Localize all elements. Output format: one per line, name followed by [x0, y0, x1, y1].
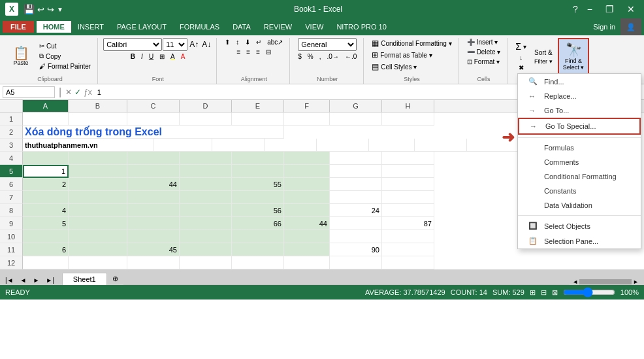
- cell-h1[interactable]: [382, 112, 434, 126]
- col-header-e[interactable]: E: [232, 100, 284, 112]
- add-sheet-button[interactable]: ⊕: [107, 273, 123, 285]
- cell-b11[interactable]: [69, 243, 127, 256]
- sheet-tab-sheet1[interactable]: Sheet1: [62, 273, 107, 285]
- cell-h7[interactable]: [382, 191, 434, 204]
- cell-g5[interactable]: [330, 165, 382, 178]
- cell-h10[interactable]: [382, 230, 434, 243]
- col-header-b[interactable]: B: [69, 100, 127, 112]
- find-select-button[interactable]: 🔭 Find &Select ▾: [558, 38, 590, 75]
- cell-b9[interactable]: [69, 217, 127, 230]
- save-icon[interactable]: 💾: [24, 4, 35, 14]
- cell-d5[interactable]: [180, 165, 232, 178]
- percent-button[interactable]: $: [295, 52, 304, 61]
- fill-button[interactable]: ↓: [517, 54, 525, 62]
- menu-item-insert[interactable]: INSERT: [71, 21, 110, 33]
- cell-e2[interactable]: [447, 126, 500, 139]
- cell-b5[interactable]: [69, 165, 127, 178]
- cell-f3[interactable]: [369, 139, 415, 152]
- cell-c12[interactable]: [127, 256, 180, 269]
- cell-a10[interactable]: [23, 230, 69, 243]
- cell-e7[interactable]: [232, 191, 284, 204]
- col-header-f[interactable]: F: [284, 100, 330, 112]
- cell-c2[interactable]: [343, 126, 395, 139]
- cell-d3[interactable]: [265, 139, 317, 152]
- cell-d2[interactable]: [395, 126, 447, 139]
- decrease-font-button[interactable]: A↓: [201, 39, 212, 50]
- cell-f12[interactable]: [284, 256, 330, 269]
- signin-button[interactable]: Sign in: [593, 23, 615, 31]
- zoom-slider[interactable]: [563, 287, 615, 298]
- clear-button[interactable]: ✖: [516, 63, 526, 72]
- cell-a4[interactable]: [23, 152, 69, 165]
- underline-button[interactable]: U: [146, 52, 156, 61]
- row-header-6[interactable]: 6: [0, 178, 23, 191]
- cell-f1[interactable]: [284, 112, 330, 126]
- cell-f6[interactable]: [284, 178, 330, 191]
- cell-g1[interactable]: [330, 112, 382, 126]
- cell-h6[interactable]: [382, 178, 434, 191]
- cell-d12[interactable]: [180, 256, 232, 269]
- cell-g9[interactable]: [330, 217, 382, 230]
- scroll-right-button[interactable]: ►: [633, 279, 639, 285]
- select-all-button[interactable]: [0, 100, 23, 112]
- cell-e4[interactable]: [232, 152, 284, 165]
- next-tab-button[interactable]: ►: [30, 275, 42, 285]
- cell-h4[interactable]: [382, 152, 434, 165]
- col-header-d[interactable]: D: [180, 100, 232, 112]
- cell-g6[interactable]: [330, 178, 382, 191]
- cell-a5[interactable]: 1: [23, 165, 69, 178]
- cell-b1[interactable]: [69, 112, 127, 126]
- row-header-5[interactable]: 5: [0, 165, 23, 178]
- cell-g4[interactable]: [330, 152, 382, 165]
- cell-a2[interactable]: Xóa dòng trống trong Excel: [23, 126, 284, 139]
- cell-f10[interactable]: [284, 230, 330, 243]
- align-middle-button[interactable]: ↕: [233, 38, 242, 46]
- insert-button[interactable]: ➕Insert ▾: [464, 38, 501, 46]
- menu-item-data[interactable]: DATA: [226, 21, 257, 33]
- cell-h9[interactable]: 87: [382, 217, 434, 230]
- menu-item-page-layout[interactable]: PAGE LAYOUT: [110, 21, 173, 33]
- row-header-3[interactable]: 3: [0, 139, 23, 152]
- cell-c4[interactable]: [127, 152, 180, 165]
- cell-c8[interactable]: [127, 204, 180, 217]
- menu-item-review[interactable]: REVIEW: [257, 21, 298, 33]
- cell-h11[interactable]: [382, 243, 434, 256]
- menu-item-file[interactable]: FILE: [3, 21, 34, 33]
- cell-b8[interactable]: [69, 204, 127, 217]
- copy-button[interactable]: ⧉Copy: [37, 52, 93, 61]
- cell-a11[interactable]: 6: [23, 243, 69, 256]
- cell-c9[interactable]: [127, 217, 180, 230]
- restore-button[interactable]: ❐: [602, 3, 618, 16]
- align-right-button[interactable]: ≡: [253, 48, 263, 56]
- row-header-2[interactable]: 2: [0, 126, 23, 139]
- cell-f7[interactable]: [284, 191, 330, 204]
- row-header-7[interactable]: 7: [0, 191, 23, 204]
- cell-e8[interactable]: 56: [232, 204, 284, 217]
- align-top-button[interactable]: ⬆: [222, 38, 233, 46]
- cell-d4[interactable]: [180, 152, 232, 165]
- horizontal-scrollbar[interactable]: ◄ ►: [570, 279, 641, 285]
- cell-c1[interactable]: [127, 112, 180, 126]
- name-box[interactable]: [3, 86, 55, 98]
- menu-item-view[interactable]: VIEW: [298, 21, 330, 33]
- comma-button[interactable]: ,: [317, 52, 324, 61]
- increase-decimal-button[interactable]: .0→: [325, 52, 342, 61]
- cell-c10[interactable]: [127, 230, 180, 243]
- menu-item-formulas[interactable]: FORMULAS: [173, 21, 226, 33]
- row-header-4[interactable]: 4: [0, 152, 23, 165]
- sort-filter-button[interactable]: Sort &: [532, 48, 555, 57]
- cell-h2[interactable]: [598, 126, 644, 139]
- font-size-select[interactable]: 11: [163, 38, 187, 51]
- menu-item-home[interactable]: HOME: [37, 21, 71, 33]
- format-painter-button[interactable]: 🖌Format Painter: [37, 62, 93, 71]
- cell-g2[interactable]: [545, 126, 598, 139]
- cell-d8[interactable]: [180, 204, 232, 217]
- autosum-button[interactable]: Σ▾: [513, 41, 529, 52]
- close-button[interactable]: ✕: [623, 3, 639, 16]
- cell-f9[interactable]: 44: [284, 217, 330, 230]
- font-color-button[interactable]: A: [178, 52, 188, 61]
- border-button[interactable]: ⊞: [157, 52, 167, 61]
- cell-d6[interactable]: [180, 178, 232, 191]
- prev-tab-button[interactable]: ◄: [18, 275, 29, 285]
- cell-f11[interactable]: [284, 243, 330, 256]
